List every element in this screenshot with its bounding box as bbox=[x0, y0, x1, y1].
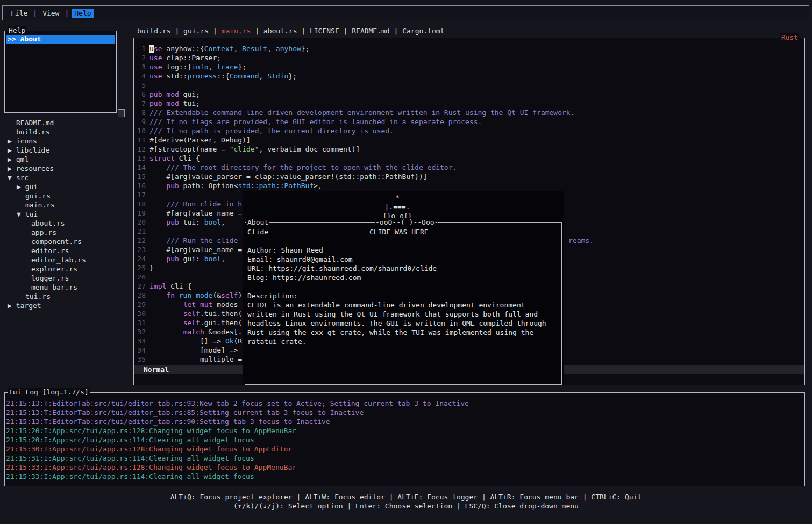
line-number: 12 bbox=[135, 145, 146, 154]
tree-item-build-rs[interactable]: build.rs bbox=[4, 127, 130, 137]
ascii-art-line: |.===. bbox=[371, 202, 424, 211]
menu-item-view[interactable]: View bbox=[40, 9, 62, 18]
tree-item-explorer-rs[interactable]: explorer.rs bbox=[4, 264, 130, 274]
tree-item-about-rs[interactable]: about.rs bbox=[4, 219, 130, 228]
tab-separator: | bbox=[390, 27, 402, 35]
tree-item-app-rs[interactable]: app.rs bbox=[4, 228, 130, 237]
code-line: 7pub mod tui; bbox=[135, 99, 804, 108]
menu-separator: | bbox=[33, 9, 37, 17]
tab-separator: | bbox=[209, 27, 221, 35]
code-line: 14 /// The root directory for the projec… bbox=[135, 163, 804, 172]
code-line: 2use clap::Parser; bbox=[135, 53, 804, 62]
line-number: 35 bbox=[135, 355, 146, 364]
line-number: 5 bbox=[135, 81, 146, 90]
menu-bar: File|View|Help bbox=[2, 5, 809, 20]
log-line: 21:15:31:I:App:src/tui/app.rs:114:Cleari… bbox=[6, 454, 804, 463]
line-number: 10 bbox=[135, 126, 146, 135]
code-line: 5 bbox=[135, 81, 804, 90]
footer-shortcuts-line2: (↑/k)/(↓/j): Select option | Enter: Choo… bbox=[0, 501, 812, 511]
code-line: 13struct Cli { bbox=[135, 154, 804, 163]
tree-item-resources[interactable]: ▶ resources bbox=[4, 164, 130, 173]
line-number: 1 bbox=[135, 44, 146, 53]
file-tree: README.mdbuild.rs▶ icons▶ libclide▶ qml▶… bbox=[4, 118, 130, 310]
tab-gui-rs[interactable]: gui.rs bbox=[183, 27, 209, 35]
tree-item-editor-rs[interactable]: editor.rs bbox=[4, 246, 130, 255]
popup-text-line: URL: https://git.shaunreed.com/shaunrd0/… bbox=[247, 264, 561, 273]
tab-main-rs[interactable]: main.rs bbox=[222, 27, 251, 35]
line-number: 26 bbox=[135, 272, 146, 282]
tab-separator: | bbox=[339, 27, 352, 35]
language-badge: Rust bbox=[780, 33, 799, 42]
line-number: 32 bbox=[135, 327, 146, 336]
tab-README-md[interactable]: README.md bbox=[352, 27, 389, 35]
line-number: 28 bbox=[135, 291, 146, 300]
line-number: 29 bbox=[135, 300, 146, 309]
tab-separator: | bbox=[251, 27, 263, 35]
code-line: 4use std::process::{Command, Stdio}; bbox=[135, 71, 804, 81]
code-line: 15 #[arg(value_parser = clap::value_pars… bbox=[135, 172, 804, 181]
tab-about-rs[interactable]: about.rs bbox=[263, 27, 297, 35]
line-number: 31 bbox=[135, 318, 146, 327]
code-line: 1use anyhow::{Context, Result, anyhow}; bbox=[135, 44, 804, 53]
line-number: 33 bbox=[135, 336, 146, 346]
line-number: 4 bbox=[135, 71, 146, 81]
tree-item-target[interactable]: ▶ target bbox=[4, 301, 130, 310]
tab-build-rs[interactable]: build.rs bbox=[137, 27, 171, 35]
code-line: 11#[derive(Parser, Debug)] bbox=[135, 135, 804, 145]
tree-item-gui-rs[interactable]: gui.rs bbox=[4, 191, 130, 200]
tree-item-logger-rs[interactable]: logger.rs bbox=[4, 274, 130, 283]
line-number: 13 bbox=[135, 154, 146, 163]
code-line: 9/// If no flags are provided, the GUI e… bbox=[135, 117, 804, 126]
code-line: 16 pub path: Option<std::path::PathBuf>, bbox=[135, 181, 804, 190]
tree-item-README-md[interactable]: README.md bbox=[4, 118, 130, 127]
line-number: 2 bbox=[135, 53, 146, 62]
log-line: 21:15:33:I:App:src/tui/app.rs:114:Cleari… bbox=[6, 472, 804, 481]
line-number: 14 bbox=[135, 163, 146, 172]
log-line: 21:15:33:I:App:src/tui/app.rs:128:Changi… bbox=[6, 463, 804, 472]
ascii-art-line: * bbox=[371, 193, 424, 202]
tree-item-src[interactable]: ▼ src bbox=[4, 173, 130, 182]
menu-item-help[interactable]: Help bbox=[72, 9, 94, 18]
popup-text-line: Description: bbox=[247, 291, 561, 300]
line-number: 30 bbox=[135, 309, 146, 318]
popup-text-line: headless Linux environments. The GUI is … bbox=[247, 319, 561, 328]
popup-text-line: written in Rust using the Qt UI framewor… bbox=[247, 310, 561, 319]
popup-text-line: Rust using the cxx-qt crate, while the T… bbox=[247, 328, 561, 337]
tree-item-main-rs[interactable]: main.rs bbox=[4, 200, 130, 210]
menu-separator: | bbox=[65, 9, 69, 17]
code-line: 8/// Extendable command-line driven deve… bbox=[135, 108, 804, 117]
tree-item-gui[interactable]: ▶ gui bbox=[4, 182, 130, 191]
log-line: 21:15:13:T:EditorTab:src/tui/editor_tab.… bbox=[6, 399, 804, 408]
code-fragment: reams. bbox=[568, 236, 594, 245]
line-number: 3 bbox=[135, 62, 146, 71]
tab-Cargo-toml[interactable]: Cargo.toml bbox=[402, 27, 444, 35]
line-number: 27 bbox=[135, 282, 146, 291]
scrollbar-thumb[interactable] bbox=[118, 109, 125, 117]
code-line: 3use log::{info, trace}; bbox=[135, 62, 804, 71]
log-line: 21:15:20:I:App:src/tui/app.rs:128:Changi… bbox=[6, 426, 804, 435]
line-number: 20 bbox=[135, 218, 146, 227]
tree-item-tui-rs[interactable]: tui.rs bbox=[4, 292, 130, 301]
tree-item-qml[interactable]: ▶ qml bbox=[4, 155, 130, 164]
line-number: 11 bbox=[135, 135, 146, 145]
footer-shortcuts-line1: ALT+Q: Focus project explorer | ALT+W: F… bbox=[0, 492, 812, 501]
tree-item-tui[interactable]: ▼ tui bbox=[4, 210, 130, 219]
line-number: 34 bbox=[135, 346, 146, 355]
line-number: 24 bbox=[135, 254, 146, 263]
editor-tabs: build.rs | gui.rs | main.rs | about.rs |… bbox=[137, 26, 444, 35]
line-number: 21 bbox=[135, 227, 146, 236]
popup-text-line: Email: shaunrd0@gmail.com bbox=[247, 255, 561, 264]
log-panel: Tui Log [log=1.7/s] 21:15:13:T:EditorTab… bbox=[4, 392, 805, 486]
tree-item-libclide[interactable]: ▶ libclide bbox=[4, 146, 130, 155]
tree-item-component-rs[interactable]: component.rs bbox=[4, 237, 130, 246]
tree-item-editor_tab-rs[interactable]: editor_tab.rs bbox=[4, 255, 130, 264]
menu-item-file[interactable]: File bbox=[8, 9, 30, 18]
footer-help: ALT+Q: Focus project explorer | ALT+W: F… bbox=[0, 492, 812, 511]
help-item-about[interactable]: >> About bbox=[6, 35, 115, 44]
tree-item-menu_bar-rs[interactable]: menu_bar.rs bbox=[4, 283, 130, 292]
about-popup-box: About -ooO--(_)--Ooo- Clide CLIDE WAS HE… bbox=[245, 222, 562, 385]
editor-mode: Normal bbox=[144, 365, 169, 374]
tab-LICENSE[interactable]: LICENSE bbox=[310, 27, 339, 35]
code-line: 10/// If no path is provided, the curren… bbox=[135, 126, 804, 135]
tree-item-icons[interactable]: ▶ icons bbox=[4, 137, 130, 146]
